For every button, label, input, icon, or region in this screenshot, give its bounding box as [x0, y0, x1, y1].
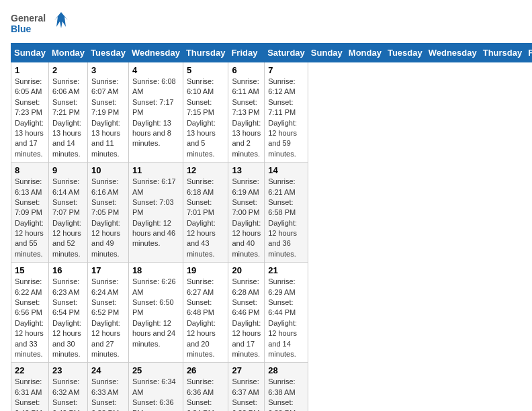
day-info: Sunrise: 6:11 AM Sunset: 7:13 PM Dayligh… [232, 77, 261, 159]
svg-text:Blue: Blue [11, 24, 32, 34]
calendar-day-cell: 12 Sunrise: 6:18 AM Sunset: 7:01 PM Dayl… [183, 163, 228, 263]
day-info: Sunrise: 6:38 AM Sunset: 6:30 PM Dayligh… [268, 377, 304, 411]
calendar-day-cell: 9 Sunrise: 6:14 AM Sunset: 7:07 PM Dayli… [48, 163, 87, 263]
day-info: Sunrise: 6:12 AM Sunset: 7:11 PM Dayligh… [268, 77, 304, 159]
svg-text:General: General [11, 13, 46, 24]
day-number: 15 [15, 265, 45, 275]
calendar-day-cell: 21 Sunrise: 6:29 AM Sunset: 6:44 PM Dayl… [265, 263, 308, 363]
calendar-table: SundayMondayTuesdayWednesdayThursdayFrid… [11, 43, 532, 411]
day-number: 3 [91, 65, 125, 75]
header-friday: Friday [525, 44, 532, 62]
day-number: 22 [15, 365, 45, 375]
calendar-day-cell: 5 Sunrise: 6:10 AM Sunset: 7:15 PM Dayli… [183, 62, 228, 163]
day-info: Sunrise: 6:17 AM Sunset: 7:03 PM Dayligh… [132, 177, 179, 249]
calendar-day-cell: 14 Sunrise: 6:21 AM Sunset: 6:58 PM Dayl… [265, 163, 308, 263]
header-wednesday: Wednesday [425, 44, 480, 62]
day-number: 8 [15, 165, 45, 175]
calendar-day-cell: 2 Sunrise: 6:06 AM Sunset: 7:21 PM Dayli… [48, 62, 87, 163]
logo: General Blue [11, 11, 71, 38]
day-info: Sunrise: 6:18 AM Sunset: 7:01 PM Dayligh… [187, 177, 225, 259]
day-number: 26 [187, 365, 225, 375]
header-thursday: Thursday [183, 44, 228, 62]
calendar-day-cell: 17 Sunrise: 6:24 AM Sunset: 6:52 PM Dayl… [88, 263, 129, 363]
day-number: 11 [132, 165, 179, 175]
calendar-day-cell: 27 Sunrise: 6:37 AM Sunset: 6:32 PM Dayl… [228, 363, 265, 411]
calendar-day-cell: 13 Sunrise: 6:19 AM Sunset: 7:00 PM Dayl… [228, 163, 265, 263]
calendar-day-cell: 20 Sunrise: 6:28 AM Sunset: 6:46 PM Dayl… [228, 263, 265, 363]
header-wednesday: Wednesday [128, 44, 183, 62]
calendar-day-cell: 7 Sunrise: 6:12 AM Sunset: 7:11 PM Dayli… [265, 62, 308, 163]
day-info: Sunrise: 6:22 AM Sunset: 6:56 PM Dayligh… [15, 277, 45, 359]
calendar-day-cell: 8 Sunrise: 6:13 AM Sunset: 7:09 PM Dayli… [11, 163, 49, 263]
day-info: Sunrise: 6:37 AM Sunset: 6:32 PM Dayligh… [232, 377, 261, 411]
calendar-week-row: 8 Sunrise: 6:13 AM Sunset: 7:09 PM Dayli… [11, 163, 533, 263]
day-info: Sunrise: 6:28 AM Sunset: 6:46 PM Dayligh… [232, 277, 261, 359]
day-info: Sunrise: 6:23 AM Sunset: 6:54 PM Dayligh… [52, 277, 84, 359]
day-info: Sunrise: 6:29 AM Sunset: 6:44 PM Dayligh… [268, 277, 304, 359]
calendar-week-row: 22 Sunrise: 6:31 AM Sunset: 6:42 PM Dayl… [11, 363, 533, 411]
day-info: Sunrise: 6:05 AM Sunset: 7:23 PM Dayligh… [15, 77, 45, 159]
day-info: Sunrise: 6:08 AM Sunset: 7:17 PM Dayligh… [132, 77, 179, 149]
calendar-header-row: SundayMondayTuesdayWednesdayThursdayFrid… [11, 44, 533, 62]
header-sunday: Sunday [11, 44, 49, 62]
calendar-day-cell: 4 Sunrise: 6:08 AM Sunset: 7:17 PM Dayli… [128, 62, 183, 163]
day-number: 13 [232, 165, 261, 175]
day-number: 16 [52, 265, 84, 275]
day-number: 25 [132, 365, 179, 375]
day-number: 18 [132, 265, 179, 275]
day-number: 5 [187, 65, 225, 75]
calendar-day-cell: 1 Sunrise: 6:05 AM Sunset: 7:23 PM Dayli… [11, 62, 49, 163]
day-number: 2 [52, 65, 84, 75]
logo-svg: General Blue [11, 11, 71, 38]
page-header: General Blue [11, 11, 521, 38]
day-number: 23 [52, 365, 84, 375]
day-number: 20 [232, 265, 261, 275]
header-thursday: Thursday [480, 44, 525, 62]
calendar-day-cell: 23 Sunrise: 6:32 AM Sunset: 6:40 PM Dayl… [48, 363, 87, 411]
day-info: Sunrise: 6:19 AM Sunset: 7:00 PM Dayligh… [232, 177, 261, 259]
day-number: 9 [52, 165, 84, 175]
day-number: 24 [91, 365, 125, 375]
day-info: Sunrise: 6:27 AM Sunset: 6:48 PM Dayligh… [187, 277, 225, 359]
day-number: 17 [91, 265, 125, 275]
day-number: 12 [187, 165, 225, 175]
calendar-day-cell: 10 Sunrise: 6:16 AM Sunset: 7:05 PM Dayl… [88, 163, 129, 263]
header-sunday: Sunday [308, 44, 345, 62]
day-info: Sunrise: 6:13 AM Sunset: 7:09 PM Dayligh… [15, 177, 45, 259]
day-info: Sunrise: 6:21 AM Sunset: 6:58 PM Dayligh… [268, 177, 304, 259]
calendar-day-cell: 22 Sunrise: 6:31 AM Sunset: 6:42 PM Dayl… [11, 363, 49, 411]
day-info: Sunrise: 6:33 AM Sunset: 6:38 PM Dayligh… [91, 377, 125, 411]
header-monday: Monday [48, 44, 87, 62]
day-info: Sunrise: 6:32 AM Sunset: 6:40 PM Dayligh… [52, 377, 84, 411]
day-number: 10 [91, 165, 125, 175]
day-info: Sunrise: 6:06 AM Sunset: 7:21 PM Dayligh… [52, 77, 84, 159]
calendar-day-cell: 6 Sunrise: 6:11 AM Sunset: 7:13 PM Dayli… [228, 62, 265, 163]
day-number: 27 [232, 365, 261, 375]
day-number: 7 [268, 65, 304, 75]
day-number: 4 [132, 65, 179, 75]
day-info: Sunrise: 6:10 AM Sunset: 7:15 PM Dayligh… [187, 77, 225, 159]
svg-marker-2 [54, 12, 68, 28]
calendar-week-row: 1 Sunrise: 6:05 AM Sunset: 7:23 PM Dayli… [11, 62, 533, 163]
calendar-day-cell: 24 Sunrise: 6:33 AM Sunset: 6:38 PM Dayl… [88, 363, 129, 411]
day-number: 14 [268, 165, 304, 175]
calendar-day-cell: 25 Sunrise: 6:34 AM Sunset: 6:36 PM Dayl… [128, 363, 183, 411]
calendar-day-cell: 15 Sunrise: 6:22 AM Sunset: 6:56 PM Dayl… [11, 263, 49, 363]
calendar-day-cell: 26 Sunrise: 6:36 AM Sunset: 6:34 PM Dayl… [183, 363, 228, 411]
day-info: Sunrise: 6:24 AM Sunset: 6:52 PM Dayligh… [91, 277, 125, 359]
day-info: Sunrise: 6:34 AM Sunset: 6:36 PM Dayligh… [132, 377, 179, 411]
day-info: Sunrise: 6:16 AM Sunset: 7:05 PM Dayligh… [91, 177, 125, 259]
day-info: Sunrise: 6:14 AM Sunset: 7:07 PM Dayligh… [52, 177, 84, 259]
calendar-week-row: 15 Sunrise: 6:22 AM Sunset: 6:56 PM Dayl… [11, 263, 533, 363]
day-info: Sunrise: 6:07 AM Sunset: 7:19 PM Dayligh… [91, 77, 125, 159]
calendar-day-cell: 19 Sunrise: 6:27 AM Sunset: 6:48 PM Dayl… [183, 263, 228, 363]
day-info: Sunrise: 6:26 AM Sunset: 6:50 PM Dayligh… [132, 277, 179, 349]
day-number: 6 [232, 65, 261, 75]
header-saturday: Saturday [265, 44, 308, 62]
day-info: Sunrise: 6:36 AM Sunset: 6:34 PM Dayligh… [187, 377, 225, 411]
header-tuesday: Tuesday [88, 44, 129, 62]
day-number: 19 [187, 265, 225, 275]
day-number: 21 [268, 265, 304, 275]
calendar-day-cell: 28 Sunrise: 6:38 AM Sunset: 6:30 PM Dayl… [265, 363, 308, 411]
calendar-day-cell: 3 Sunrise: 6:07 AM Sunset: 7:19 PM Dayli… [88, 62, 129, 163]
